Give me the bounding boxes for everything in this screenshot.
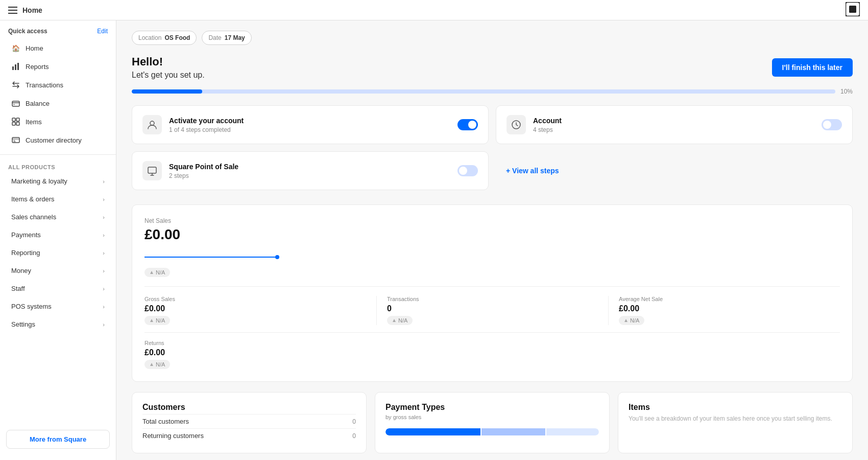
svg-rect-9: [12, 122, 15, 125]
transactions-value: 0: [387, 304, 603, 313]
edit-link[interactable]: Edit: [97, 28, 108, 35]
filter-bar: Location OS Food Date 17 May: [132, 31, 853, 45]
square-logo-icon: [846, 2, 860, 18]
account-toggle[interactable]: [822, 119, 842, 130]
transactions-icon: [11, 80, 20, 89]
sidebar-item-home[interactable]: 🏠 Home: [3, 39, 113, 57]
sidebar-item-items[interactable]: Items: [3, 113, 113, 130]
pos-toggle[interactable]: [457, 165, 478, 176]
more-from-square-button[interactable]: More from Square: [6, 430, 110, 449]
activate-subtitle: 1 of 4 steps completed: [169, 126, 244, 133]
account-info: Account 4 steps: [533, 117, 562, 133]
sidebar-item-balance[interactable]: Balance: [3, 95, 113, 112]
sidebar-item-reports[interactable]: Reports: [3, 58, 113, 75]
sidebar-home-label: Home: [26, 44, 43, 52]
sidebar-item-reporting[interactable]: Reporting ›: [3, 244, 113, 261]
items-card: Items You'll see a breakdown of your ite…: [618, 392, 853, 453]
finish-later-button[interactable]: I'll finish this later: [772, 58, 853, 77]
view-all-steps-label: + View all steps: [506, 167, 559, 175]
svg-rect-7: [12, 118, 15, 121]
hamburger-menu-icon[interactable]: [8, 7, 17, 14]
svg-point-12: [150, 121, 154, 125]
hello-text: Hello! Let's get you set up.: [132, 55, 205, 80]
sidebar-item-transactions[interactable]: Transactions: [3, 76, 113, 94]
topbar: Home: [0, 0, 868, 20]
date-filter[interactable]: Date 17 May: [202, 31, 251, 45]
payment-types-card: Payment Types by gross sales: [375, 392, 610, 453]
customers-title: Customers: [142, 403, 356, 412]
sidebar-transactions-label: Transactions: [26, 81, 63, 89]
svg-marker-20: [624, 319, 628, 322]
sidebar-sales-channels-label: Sales channels: [11, 213, 56, 221]
customer-directory-icon: [11, 135, 20, 145]
sidebar-payments-label: Payments: [11, 231, 41, 239]
svg-rect-14: [148, 167, 156, 173]
setup-card-left: Square Point of Sale 2 steps: [142, 161, 238, 180]
sidebar-item-settings[interactable]: Settings ›: [3, 316, 113, 333]
sidebar-item-pos-systems[interactable]: POS systems ›: [3, 298, 113, 315]
customers-card: Customers Total customers 0 Returning cu…: [132, 392, 367, 453]
payment-types-bar: [385, 428, 599, 435]
sidebar-item-customer-directory[interactable]: Customer directory: [3, 131, 113, 149]
returning-customers-label: Returning customers: [142, 432, 204, 440]
setup-card-left: Activate your account 1 of 4 steps compl…: [142, 115, 244, 134]
view-all-steps[interactable]: + View all steps: [496, 151, 853, 190]
returns-label: Returns: [144, 340, 170, 346]
pos-icon: [142, 161, 162, 180]
net-sales-value: £0.00: [144, 226, 840, 243]
transactions-stat: Transactions 0 N/A: [376, 296, 608, 325]
date-filter-value: 17 May: [225, 34, 245, 41]
items-placeholder: You'll see a breakdown of your item sale…: [629, 414, 842, 423]
activate-toggle[interactable]: [457, 119, 478, 130]
quick-access-label: Quick access: [8, 28, 47, 35]
setup-card-account: Account 4 steps: [496, 105, 853, 144]
svg-marker-18: [150, 319, 153, 322]
sidebar-item-marketing[interactable]: Marketing & loyalty ›: [3, 173, 113, 190]
location-filter[interactable]: Location OS Food: [132, 31, 197, 45]
svg-rect-1: [849, 6, 856, 13]
sidebar-settings-label: Settings: [11, 320, 35, 328]
account-subtitle: 4 steps: [533, 126, 562, 133]
total-customers-label: Total customers: [142, 418, 189, 425]
payment-bar-seg-3: [546, 428, 599, 435]
payment-types-title: Payment Types: [385, 403, 599, 412]
balance-icon: [11, 99, 20, 108]
progress-container: 10%: [132, 88, 853, 95]
topbar-title: Home: [22, 6, 42, 14]
chevron-right-icon: ›: [103, 250, 105, 256]
returning-customers-row: Returning customers 0: [142, 428, 356, 443]
chevron-right-icon: ›: [103, 196, 105, 202]
progress-bar-fill: [132, 89, 202, 94]
home-icon: 🏠: [11, 43, 20, 53]
sidebar-item-sales-channels[interactable]: Sales channels ›: [3, 209, 113, 225]
stats-section: Net Sales £0.00 N/A Gross Sales £0.00 N/…: [132, 204, 853, 382]
sidebar-item-payments[interactable]: Payments ›: [3, 226, 113, 243]
gross-sales-value: £0.00: [144, 304, 371, 313]
date-filter-label: Date: [208, 34, 221, 41]
total-customers-value: 0: [352, 418, 356, 425]
sidebar-customer-directory-label: Customer directory: [26, 136, 82, 144]
items-title: Items: [629, 403, 842, 412]
net-sales-chart: [144, 247, 287, 262]
sidebar-item-staff[interactable]: Staff ›: [3, 280, 113, 297]
sidebar-marketing-label: Marketing & loyalty: [11, 177, 67, 185]
gross-sales-stat: Gross Sales £0.00 N/A: [144, 296, 376, 325]
pos-title: Square Point of Sale: [169, 163, 238, 171]
main-content: Location OS Food Date 17 May Hello! Let'…: [116, 20, 868, 460]
returns-row: Returns £0.00 N/A: [144, 332, 840, 369]
svg-rect-5: [12, 101, 19, 106]
total-customers-row: Total customers 0: [142, 414, 356, 428]
sidebar-balance-label: Balance: [26, 100, 50, 107]
sidebar-item-items-orders[interactable]: Items & orders ›: [3, 191, 113, 208]
location-filter-value: OS Food: [164, 34, 190, 41]
avg-net-label: Average Net Sale: [619, 296, 835, 302]
returns-value: £0.00: [144, 348, 170, 357]
payment-types-subtitle: by gross sales: [385, 414, 599, 420]
account-icon: [507, 115, 526, 134]
sidebar-item-money[interactable]: Money ›: [3, 262, 113, 279]
quick-access-header: Quick access Edit: [0, 20, 116, 39]
svg-marker-19: [393, 319, 396, 322]
payment-bar-seg-2: [481, 428, 545, 435]
chevron-right-icon: ›: [103, 304, 105, 310]
location-filter-label: Location: [138, 34, 161, 41]
